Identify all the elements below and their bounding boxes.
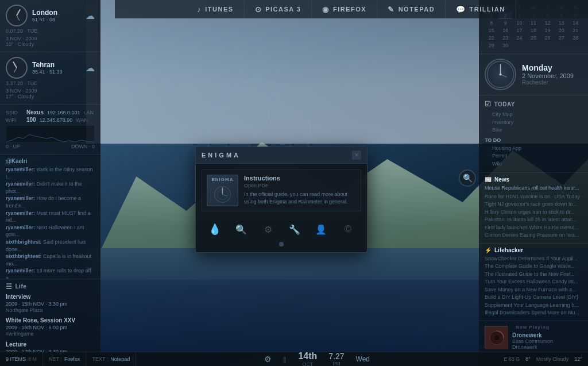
cal-d-16[interactable]: 16 — [498, 27, 512, 34]
cal-d-15[interactable]: 15 — [485, 27, 498, 34]
download-label: DOWN · 0 — [71, 144, 95, 149]
lh-item-5[interactable]: Build a DIY Light-Up Camera Level [DIY] — [485, 294, 582, 302]
cal-d-17[interactable]: 17 — [513, 27, 526, 34]
trillian-label: TRILLIAN — [470, 6, 505, 13]
today-item-inventory: Inventory — [485, 119, 582, 127]
news-widget: 📰 News Mouse Republicans roll out health… — [479, 173, 588, 244]
news-item-3[interactable]: Pakistani militants kill 35 in latest at… — [485, 216, 582, 224]
network-graph — [6, 125, 95, 142]
search-circle-icon[interactable]: 🔍 — [459, 169, 476, 187]
dialog-icon-user[interactable]: 👤 — [313, 221, 329, 237]
net-label: NET : — [49, 356, 62, 362]
np-album: Bass Communion — [512, 338, 553, 344]
cal-d-29[interactable]: 29 — [485, 42, 498, 49]
news-item-1[interactable]: Tight NJ governor's race goes down to... — [485, 201, 582, 209]
taskbar-notepad[interactable]: ✎ NOTEPAD — [377, 0, 446, 18]
news-item-4[interactable]: First lady launches White House mento... — [485, 224, 582, 232]
taskbar-trillian[interactable]: 💬 TRILLIAN — [446, 0, 516, 18]
instructions-thumbnail: ENIGMA — [207, 175, 238, 206]
cal-d-30[interactable]: 30 — [498, 42, 512, 49]
lh-item-1[interactable]: The Complete Guide to Google Wave... — [485, 263, 582, 271]
cal-d-25[interactable]: 25 — [527, 34, 540, 41]
cal-d-20[interactable]: 20 — [555, 27, 568, 34]
cal-d-26[interactable]: 26 — [541, 34, 554, 41]
lh-item-3[interactable]: Turn Your Excess Halloween Candy int... — [485, 278, 582, 286]
todo-wiki: Wiki — [485, 160, 582, 168]
bottom-day: Wed — [356, 355, 370, 363]
svg-point-8 — [494, 336, 499, 340]
cal-d-9[interactable]: 9 — [498, 20, 512, 26]
lh-item-6[interactable]: Supplement Your Language Learning b... — [485, 302, 582, 310]
cal-d-24[interactable]: 24 — [513, 34, 526, 41]
cal-d-13[interactable]: 13 — [555, 20, 568, 26]
dialog-icon-search[interactable]: 🔍 — [233, 221, 249, 237]
net-app[interactable]: Firefox — [64, 356, 80, 362]
top-taskbar: ♪ ITUNES ⊙ PICASA 3 ◉ FIREFOX ✎ NOTEPAD … — [115, 0, 588, 18]
instructions-subtitle[interactable]: Open PDF — [244, 183, 356, 188]
cal-d-10[interactable]: 10 — [513, 20, 526, 26]
search-widget[interactable]: 🔍 — [459, 169, 476, 187]
dialog-close-button[interactable]: × — [352, 151, 361, 160]
lh-item-2[interactable]: The Illustrated Guide to the New Firef..… — [485, 271, 582, 279]
big-clock: Monday 2 November, 2009 Rochester — [479, 54, 588, 95]
lh-item-0[interactable]: SnowChecker Determines If Your Appli... — [485, 255, 582, 263]
cal-d-19[interactable]: 19 — [541, 27, 554, 34]
bottom-text: TEXT : Notepad — [86, 352, 136, 367]
wan-label: WAN — [76, 117, 88, 123]
bottom-time-block: 7.27 PM — [328, 352, 344, 366]
cal-d-22[interactable]: 22 — [485, 34, 498, 41]
notepad-label: NOTEPAD — [399, 6, 435, 13]
bottom-items-count: 9 ITEMS 8 M — [0, 352, 43, 367]
news-item-0[interactable]: Race for H1N1 vaccine is on · USA Today — [485, 193, 582, 201]
todo-permit: Permit — [485, 152, 582, 160]
news-item-5[interactable]: Clinton Denies Easing Pressure on Isra..… — [485, 232, 582, 240]
notepad-icon: ✎ — [388, 5, 395, 14]
cal-d-14[interactable]: 14 — [569, 20, 582, 26]
london-date2: 3 NOV · 2009 — [6, 36, 95, 41]
svg-line-12 — [223, 194, 227, 196]
now-playing: Now Playing Dronewerk Bass Communion Dro… — [479, 321, 588, 353]
tehran-temp: 17° · Cloudy — [6, 94, 95, 99]
news-item-2[interactable]: Hillary Clinton urges Iran to stick to d… — [485, 209, 582, 217]
dialog-icon-settings[interactable]: ⚙ — [260, 221, 276, 237]
taskbar-itunes[interactable]: ♪ ITUNES — [187, 0, 244, 18]
items-count: 9 ITEMS — [6, 356, 26, 362]
np-artist: Dronewerk — [512, 332, 553, 338]
bottom-net: NET : Firefox — [43, 352, 86, 367]
cal-d-21[interactable]: 21 — [569, 27, 582, 34]
pause-icon[interactable]: ‖ — [283, 356, 287, 363]
bottom-right: E 63 G 8° Mostly Cloudy 12° — [498, 356, 588, 362]
lh-item-4[interactable]: Save Money on a New Furnace with a... — [485, 286, 582, 294]
chat-username: @Kaelri — [6, 158, 95, 164]
cal-d-23[interactable]: 23 — [498, 34, 512, 41]
todo-section: TO DO — [485, 137, 582, 143]
lifehacker-icon: ⚡ — [485, 247, 492, 253]
lh-item-7[interactable]: Illegal Downloaders Spend More on Mu... — [485, 309, 582, 317]
cal-d-18[interactable]: 18 — [527, 27, 540, 34]
life-section-whiterose: White Rose, Session XXV — [6, 317, 95, 323]
tehran-city: Tehran — [32, 61, 81, 69]
itunes-icon: ♪ — [197, 5, 202, 14]
gear-icon[interactable]: ⚙ — [264, 355, 272, 364]
dialog-icon-water[interactable]: 💧 — [207, 221, 223, 237]
cal-d-12[interactable]: 12 — [541, 20, 554, 26]
taskbar-firefox[interactable]: ◉ FIREFOX — [312, 0, 377, 18]
cal-d-8[interactable]: 8 — [485, 20, 498, 26]
bottom-time: 7.27 — [328, 352, 344, 361]
taskbar-picasa[interactable]: ⊙ PICASA 3 — [245, 0, 312, 18]
cal-d-11[interactable]: 11 — [527, 20, 540, 26]
chat-message-2: ryanemiller: How do I become a trendin..… — [6, 195, 95, 209]
bottom-bar: 9 ITEMS 8 M NET : Firefox TEXT : Notepad… — [0, 352, 588, 366]
news-highlight[interactable]: Mouse Republicans roll out health insur.… — [485, 184, 582, 192]
instructions-desc: In the official guide, you can read more… — [244, 191, 356, 205]
cal-d-28[interactable]: 28 — [569, 34, 582, 41]
upload-label: 0 · UP — [6, 144, 20, 149]
dialog-icon-copyright[interactable]: © — [340, 221, 356, 237]
dialog-icon-tools[interactable]: 🔧 — [287, 221, 303, 237]
text-app[interactable]: Notepad — [110, 356, 130, 362]
network-100: 100 — [26, 117, 36, 123]
instructions-title: Instructions — [244, 175, 356, 182]
today-item-bike: Bike — [485, 126, 582, 134]
lifehacker-widget: ⚡ Lifehacker SnowChecker Determines If Y… — [479, 244, 588, 321]
cal-d-27[interactable]: 27 — [555, 34, 568, 41]
